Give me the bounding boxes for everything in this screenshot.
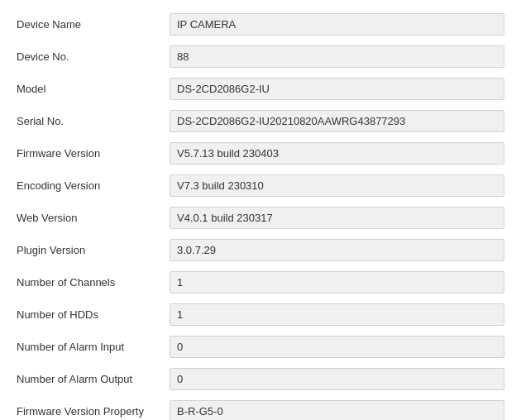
field-value: 0: [170, 368, 504, 390]
field-value: V7.3 build 230310: [170, 174, 504, 197]
field-label: Number of Alarm Input: [17, 341, 170, 353]
field-value: IP CAMERA: [170, 13, 504, 36]
field-label: Serial No.: [17, 115, 170, 127]
form-row: Number of Channels1: [17, 266, 504, 298]
field-label: Number of Channels: [17, 276, 170, 289]
device-info-form: Device NameIP CAMERADevice No.88ModelDS-…: [0, 0, 521, 420]
form-row: Number of Alarm Output0: [17, 363, 504, 395]
field-value: V4.0.1 build 230317: [170, 207, 504, 229]
field-value: DS-2CD2086G2-IU: [170, 78, 504, 100]
field-label: Device No.: [17, 50, 170, 63]
field-label: Device Name: [17, 18, 170, 31]
form-row: Plugin Version3.0.7.29: [17, 234, 504, 266]
field-label: Model: [17, 83, 170, 95]
field-label: Firmware Version: [17, 147, 170, 160]
form-row: Encoding VersionV7.3 build 230310: [17, 169, 504, 202]
field-label: Firmware Version Property: [17, 405, 170, 418]
form-row: Number of HDDs1: [17, 298, 504, 331]
field-value: 0: [170, 336, 504, 358]
field-value: V5.7.13 build 230403: [170, 142, 504, 165]
field-value: 3.0.7.29: [170, 239, 504, 261]
form-row: Device NameIP CAMERA: [17, 8, 504, 41]
field-label: Number of Alarm Output: [17, 373, 170, 385]
field-value: B-R-G5-0: [170, 400, 504, 420]
form-row: Firmware Version PropertyB-R-G5-0: [17, 395, 504, 420]
form-row: Number of Alarm Input0: [17, 331, 504, 363]
form-row: Firmware VersionV5.7.13 build 230403: [17, 137, 504, 169]
field-label: Number of HDDs: [17, 308, 170, 321]
form-row: Serial No.DS-2CD2086G2-IU20210820AAWRG43…: [17, 105, 504, 137]
form-row: ModelDS-2CD2086G2-IU: [17, 73, 504, 105]
field-label: Encoding Version: [17, 179, 170, 192]
field-label: Plugin Version: [17, 244, 170, 256]
field-value: DS-2CD2086G2-IU20210820AAWRG43877293: [170, 110, 504, 132]
field-label: Web Version: [17, 212, 170, 224]
field-value: 1: [170, 303, 504, 326]
field-value: 1: [170, 271, 504, 294]
form-row: Device No.88: [17, 41, 504, 73]
form-row: Web VersionV4.0.1 build 230317: [17, 202, 504, 234]
field-value: 88: [170, 45, 504, 68]
